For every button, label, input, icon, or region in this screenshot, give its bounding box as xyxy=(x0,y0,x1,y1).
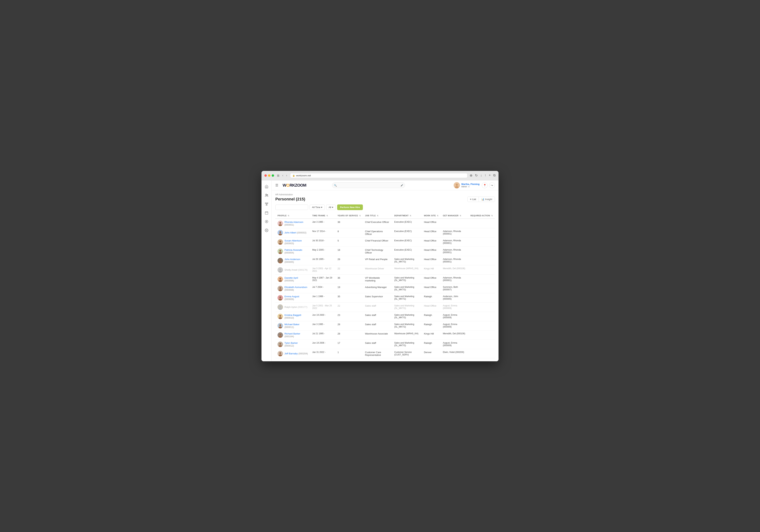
col-jobtitle[interactable]: JOB TITLE ⇅ xyxy=(363,213,392,219)
svg-rect-9 xyxy=(265,212,268,214)
tabs-icon[interactable]: ⧉ xyxy=(493,173,496,177)
col-profile[interactable]: PROFILE ⇅ xyxy=(275,213,310,219)
cell-action xyxy=(468,293,495,302)
all-filter-button[interactable]: All ▾ xyxy=(326,205,336,210)
cell-worksite: Head Office xyxy=(422,274,441,284)
list-view-button[interactable]: ≡ List xyxy=(467,197,479,202)
cell-profile: Susan Albertson (000003) xyxy=(275,237,310,247)
profile-name[interactable]: Elizabeth Asmundson (000008) xyxy=(284,286,308,291)
col-worksite[interactable]: WORK SITE ⇅ xyxy=(422,213,441,219)
refresh-icon[interactable]: ↻ xyxy=(475,173,478,177)
table-row[interactable]: Emma August (000009) Jan 1 1988 - 35 Sal… xyxy=(275,293,495,302)
insight-view-button[interactable]: 📊 Insight xyxy=(479,197,495,202)
perform-new-hire-button[interactable]: Perform New Hire xyxy=(337,205,363,210)
cell-worksite: Kings Hill xyxy=(422,265,441,274)
address-bar[interactable]: 🔒 workzoom.net xyxy=(290,173,468,178)
profile-name[interactable]: John Albert (000002) xyxy=(284,231,307,234)
profile-name[interactable]: Tylon Barker (000012) xyxy=(284,342,308,347)
forward-button[interactable]: › xyxy=(285,173,288,177)
profile-name[interactable]: Emma August (000009) xyxy=(284,295,308,301)
time-filter-button[interactable]: All Time ▾ xyxy=(309,205,325,210)
microphone-icon[interactable]: 🎤 xyxy=(401,184,403,186)
col-manager[interactable]: GET MANAGER ⇅ xyxy=(441,213,468,219)
sidebar-toggle-icon[interactable]: ⊞ xyxy=(276,173,280,178)
cell-profile: Danette April (000006) xyxy=(275,274,310,284)
cell-timeframe: Jul 21 1995 - xyxy=(310,330,335,340)
dropdown-chevron-icon[interactable]: ∨ xyxy=(468,186,469,188)
table-header-row: PROFILE ⇅ TIME FRAME ⇅ YEARS OF SERVICE … xyxy=(275,213,495,219)
profile-name[interactable]: Shelly Ansel (000176) xyxy=(284,268,308,271)
url-text: workzoom.net xyxy=(296,174,311,177)
svg-point-26 xyxy=(279,241,281,242)
maximize-button[interactable] xyxy=(272,174,274,177)
cell-jobtitle: VP Retail and People xyxy=(363,256,392,265)
table-row[interactable]: Kristina Baggett (000010) Jun 19 2000 - … xyxy=(275,312,495,321)
minimize-button[interactable] xyxy=(268,174,270,177)
table-row[interactable]: John Anderson (000005) Jul 26 1995 - 28 … xyxy=(275,256,495,265)
table-row[interactable]: Jeff Barnaby (000204) Jan 31 2022 - 1 Cu… xyxy=(275,349,495,358)
cell-department: Sales and Marketing (SL_MKTG) xyxy=(392,293,422,302)
col-action[interactable]: REQUIRED ACTION ⇅ xyxy=(468,213,495,219)
col-timeframe[interactable]: TIME FRAME ⇅ xyxy=(310,213,335,219)
sidebar-item-people[interactable] xyxy=(263,192,270,199)
profile-name[interactable]: Richard Barker (000164) xyxy=(284,332,308,338)
cell-department: Warehouse (WRHS_KH) xyxy=(392,265,422,274)
table-row[interactable]: Danette April (000006) May 4 1987 - Jan … xyxy=(275,274,495,284)
logout-icon[interactable]: ↪ xyxy=(489,182,495,188)
cell-profile: Michael Baker (000011) xyxy=(275,321,310,330)
table-row[interactable]: Rhonda Adamson (000001) Jan 3 1985 - 38 … xyxy=(275,219,495,228)
location-icon[interactable]: 📍 xyxy=(482,182,488,188)
cell-action xyxy=(468,312,495,321)
new-tab-icon[interactable]: + xyxy=(489,173,491,177)
profile-name[interactable]: John Anderson (000005) xyxy=(284,258,308,264)
table-row[interactable]: John Albert (000002) Nov 17 2014 - 8 Chi… xyxy=(275,228,495,237)
cell-profile: Tylon Barker (000012) xyxy=(275,340,310,349)
profile-name[interactable]: Michael Baker (000011) xyxy=(284,323,308,328)
cell-timeframe: Jan 3 1995 - xyxy=(310,321,335,330)
cell-profile: Richard Barker (000164) xyxy=(275,330,310,340)
translate-icon[interactable]: ⊕ xyxy=(470,173,472,177)
table-row[interactable]: Shelly Ansel (000176) Jan 5 2001 - Apr 1… xyxy=(275,265,495,274)
hamburger-menu-icon[interactable]: ☰ xyxy=(275,183,278,187)
profile-name[interactable]: Susan Albertson (000003) xyxy=(284,239,308,245)
avatar xyxy=(277,221,283,226)
personnel-table: PROFILE ⇅ TIME FRAME ⇅ YEARS OF SERVICE … xyxy=(275,213,495,359)
user-info: Martha, Fleming Admin ∨ xyxy=(454,182,480,188)
share-icon[interactable]: ↑ xyxy=(485,173,486,177)
back-button[interactable]: ‹ xyxy=(282,173,284,177)
table-row[interactable]: Elizabeth Asmundson (000008) Jul 7 2004 … xyxy=(275,284,495,293)
close-button[interactable] xyxy=(264,174,267,177)
cell-action xyxy=(468,256,495,265)
sidebar-item-compensation[interactable] xyxy=(263,218,270,225)
profile-name[interactable]: Patricia Alvarado (000004) xyxy=(284,249,308,254)
table-row[interactable]: Richard Barker (000164) Jul 21 1995 - 28… xyxy=(275,330,495,340)
sidebar-item-home[interactable] xyxy=(263,183,270,190)
table-row[interactable]: Michael Baker (000011) Jan 3 1995 - 28 S… xyxy=(275,321,495,330)
browser-controls: ⊞ ‹ › xyxy=(276,173,288,178)
sidebar-item-org[interactable] xyxy=(263,200,270,208)
cell-worksite: Head Office xyxy=(422,284,441,293)
table-row[interactable]: Tylon Barker (000012) Jun 19 2006 - 17 S… xyxy=(275,340,495,349)
profile-name[interactable]: Rhonda Adamson (000001) xyxy=(284,221,308,226)
profile-name[interactable]: Kristina Baggett (000010) xyxy=(284,314,308,319)
page-title: Personnel (215) xyxy=(275,197,305,202)
table-row[interactable]: Ralph Ayton (000177) Jan 5 2001 - Mar 25… xyxy=(275,302,495,312)
sidebar-item-settings[interactable] xyxy=(263,227,270,234)
cell-manager: Adamson, Rhonda (000001) xyxy=(441,256,468,265)
cell-worksite: Head Office xyxy=(422,256,441,265)
table-row[interactable]: Susan Albertson (000003) Jul 30 2018 - 5… xyxy=(275,237,495,247)
col-years[interactable]: YEARS OF SERVICE ⇅ xyxy=(335,213,363,219)
search-input[interactable] xyxy=(332,182,405,188)
cell-action xyxy=(468,247,495,256)
cell-manager: Anderson, John (000005) xyxy=(441,293,468,302)
col-department[interactable]: DEPARTMENT ⇅ xyxy=(392,213,422,219)
sidebar-item-calendar[interactable] xyxy=(263,209,270,217)
svg-point-53 xyxy=(279,324,281,326)
download-icon[interactable]: ↓ xyxy=(480,173,482,177)
table-row[interactable]: Patricia Alvarado (000004) May 2 2005 - … xyxy=(275,247,495,256)
cell-years: 23 xyxy=(335,312,363,321)
profile-name[interactable]: Ralph Ayton (000177) xyxy=(284,306,308,309)
profile-name[interactable]: Jeff Barnaby (000204) xyxy=(284,352,308,355)
profile-name[interactable]: Danette April (000006) xyxy=(284,276,308,282)
filter-search-input[interactable] xyxy=(275,205,308,210)
